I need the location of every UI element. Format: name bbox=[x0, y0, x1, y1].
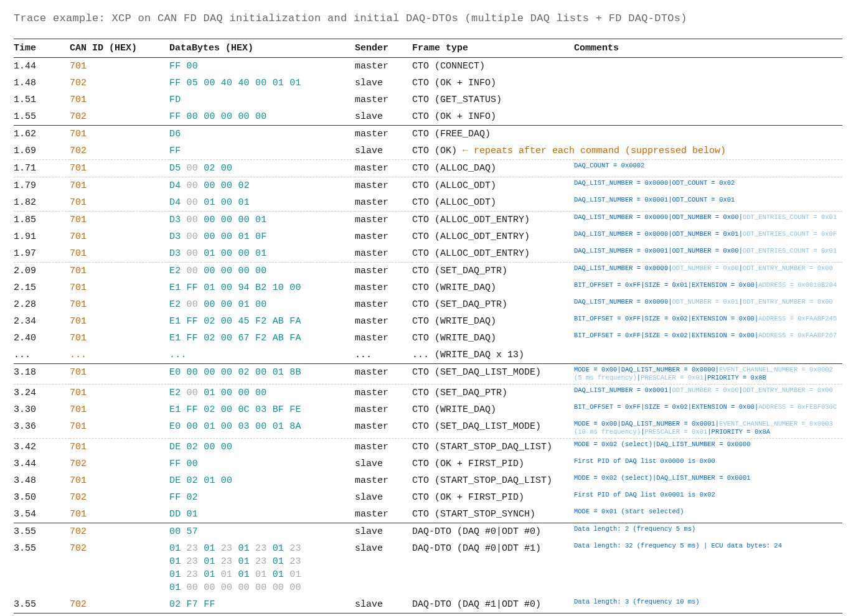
cell-comment: MODE = 0x02 (select)|DAQ_LIST_NUMBER = 0… bbox=[574, 472, 842, 489]
cell-canid: 702 bbox=[70, 540, 169, 596]
cell-time: 3.48 bbox=[14, 472, 70, 489]
table-row: ............... (WRITE_DAQ x 13) bbox=[14, 347, 842, 364]
cell-databytes: E2 00 00 00 00 00 bbox=[169, 262, 355, 279]
cell-frametype: DAQ-DTO (DAQ #1|ODT #0) bbox=[412, 596, 574, 614]
cell-sender: slave bbox=[355, 75, 412, 91]
table-row: 1.51701FDmasterCTO (GET_STATUS) bbox=[14, 91, 842, 108]
cell-comment: MODE = 0x00|DAQ_LIST_NUMBER = 0x0001|EVE… bbox=[574, 418, 842, 439]
cell-frametype: CTO (SET_DAQ_LIST_MODE) bbox=[412, 363, 574, 384]
cell-databytes: FF 00 bbox=[169, 455, 355, 472]
cell-comment: DAQ_COUNT = 0x0002 bbox=[574, 159, 842, 177]
cell-comment: DAQ_LIST_NUMBER = 0x0000|ODT_NUMBER = 0x… bbox=[574, 228, 842, 245]
cell-time: 3.55 bbox=[14, 596, 70, 614]
table-row: 3.36701E0 00 01 00 03 00 01 8AmasterCTO … bbox=[14, 418, 842, 439]
cell-canid: 701 bbox=[70, 296, 169, 313]
trace-table: Time CAN ID (HEX) DataBytes (HEX) Sender… bbox=[14, 39, 842, 616]
cell-comment bbox=[574, 75, 842, 91]
cell-time: 1.85 bbox=[14, 211, 70, 228]
cell-databytes: E1 FF 02 00 0C 03 BF FE bbox=[169, 401, 355, 418]
table-row: 1.91701D3 00 00 00 01 0FmasterCTO (ALLOC… bbox=[14, 228, 842, 245]
cell-canid: 701 bbox=[70, 313, 169, 330]
cell-databytes: D3 00 00 00 01 0F bbox=[169, 228, 355, 245]
table-row: 1.69702FFslaveCTO (OK) ← repeats after e… bbox=[14, 142, 842, 160]
cell-time: 1.71 bbox=[14, 159, 70, 177]
cell-databytes: FF 05 00 40 40 00 01 01 bbox=[169, 75, 355, 91]
cell-canid: 701 bbox=[70, 506, 169, 523]
cell-comment bbox=[574, 347, 842, 364]
cell-canid: 702 bbox=[70, 455, 169, 472]
cell-sender: master bbox=[355, 194, 412, 212]
cell-frametype: CTO (WRITE_DAQ) bbox=[412, 401, 574, 418]
cell-frametype: CTO (ALLOC_ODT_ENTRY) bbox=[412, 228, 574, 245]
cell-time: 3.55 bbox=[14, 540, 70, 596]
cell-time: 3.42 bbox=[14, 439, 70, 456]
cell-frametype: CTO (SET_DAQ_PTR) bbox=[412, 385, 574, 402]
cell-sender: master bbox=[355, 279, 412, 296]
cell-comment: BIT_OFFSET = 0xFF|SIZE = 0x01|EXTENSION … bbox=[574, 279, 842, 296]
cell-comment: MODE = 0x00|DAQ_LIST_NUMBER = 0x0000|EVE… bbox=[574, 363, 842, 384]
cell-comment: DAQ_LIST_NUMBER = 0x0000|ODT_COUNT = 0x0… bbox=[574, 177, 842, 194]
cell-databytes: ... bbox=[169, 347, 355, 364]
cell-comment: MODE = 0x01 (start selected) bbox=[574, 506, 842, 523]
cell-comment bbox=[574, 614, 842, 616]
cell-time: 1.62 bbox=[14, 125, 70, 142]
cell-databytes: FF 00 bbox=[169, 57, 355, 75]
cell-canid: 701 bbox=[70, 439, 169, 456]
table-row: 3.18701E0 00 00 00 02 00 01 8BmasterCTO … bbox=[14, 363, 842, 384]
cell-time: 2.28 bbox=[14, 296, 70, 313]
cell-time: 3.24 bbox=[14, 385, 70, 402]
cell-canid: 702 bbox=[70, 108, 169, 126]
cell-databytes: E1 FF 01 00 94 B2 10 00 bbox=[169, 279, 355, 296]
table-row: 1.79701D4 00 00 00 02masterCTO (ALLOC_OD… bbox=[14, 177, 842, 194]
cell-time: 3.36 bbox=[14, 418, 70, 439]
cell-frametype: DAQ-DTO (DAQ #0|ODT #1) bbox=[412, 540, 574, 596]
cell-comment: Data length: 2 (frequency 5 ms) bbox=[574, 523, 842, 541]
cell-frametype: CTO (OK + INFO) bbox=[412, 108, 574, 126]
cell-time: 1.44 bbox=[14, 57, 70, 75]
cell-sender: master bbox=[355, 385, 412, 402]
table-row: 1.48702FF 05 00 40 40 00 01 01slaveCTO (… bbox=[14, 75, 842, 91]
cell-sender: master bbox=[355, 159, 412, 177]
table-row: 3.24701E2 00 01 00 00 00masterCTO (SET_D… bbox=[14, 385, 842, 402]
table-row: 3.30701E1 FF 02 00 0C 03 BF FEmasterCTO … bbox=[14, 401, 842, 418]
cell-sender: master bbox=[355, 418, 412, 439]
cell-comment: Data length: 32 (frequency 5 ms) | ECU d… bbox=[574, 540, 842, 596]
cell-sender: master bbox=[355, 363, 412, 384]
cell-time: 2.34 bbox=[14, 313, 70, 330]
cell-sender: master bbox=[355, 245, 412, 263]
cell-frametype: CTO (START_STOP_DAQ_LIST) bbox=[412, 472, 574, 489]
cell-databytes: E0 00 01 00 03 00 01 8A bbox=[169, 418, 355, 439]
table-row: 3.50702FF 02slaveCTO (OK + FIRST_PID)Fir… bbox=[14, 489, 842, 506]
table-row: 1.82701D4 00 01 00 01masterCTO (ALLOC_OD… bbox=[14, 194, 842, 212]
cell-time: 3.30 bbox=[14, 401, 70, 418]
table-row: 3.54701DD 01masterCTO (START_STOP_SYNCH)… bbox=[14, 506, 842, 523]
cell-sender: slave bbox=[355, 540, 412, 596]
table-row: 3.5570201 23 01 23 01 23 01 23 01 23 01 … bbox=[14, 540, 842, 596]
cell-canid: 701 bbox=[70, 472, 169, 489]
cell-frametype: CTO (OK) ← repeats after each command (s… bbox=[412, 142, 574, 160]
cell-comment bbox=[574, 125, 842, 142]
cell-time: 3.55 bbox=[14, 523, 70, 541]
cell-canid: 701 bbox=[70, 385, 169, 402]
table-row: 2.28701E2 00 00 00 01 00masterCTO (SET_D… bbox=[14, 296, 842, 313]
table-row: 3.48701DE 02 01 00masterCTO (START_STOP_… bbox=[14, 472, 842, 489]
cell-canid: 701 bbox=[70, 194, 169, 212]
header-frame: Frame type bbox=[412, 39, 574, 57]
cell-comment: DAQ_LIST_NUMBER = 0x0001|ODT_NUMBER = 0x… bbox=[574, 245, 842, 263]
table-row: 1.85701D3 00 00 00 00 01masterCTO (ALLOC… bbox=[14, 211, 842, 228]
cell-comment bbox=[574, 57, 842, 75]
cell-frametype: CTO (OK + INFO) bbox=[412, 75, 574, 91]
table-row: 2.15701E1 FF 01 00 94 B2 10 00masterCTO … bbox=[14, 279, 842, 296]
cell-comment: DAQ_LIST_NUMBER = 0x0001|ODT_NUMBER = 0x… bbox=[574, 385, 842, 402]
cell-frametype: CTO (GET_STATUS) bbox=[412, 91, 574, 108]
cell-time: 1.79 bbox=[14, 177, 70, 194]
cell-time: 3.54 bbox=[14, 506, 70, 523]
cell-time: 3.18 bbox=[14, 363, 70, 384]
cell-comment bbox=[574, 108, 842, 126]
table-row: 1.55702FF 00 00 00 00 00slaveCTO (OK + I… bbox=[14, 108, 842, 126]
cell-canid: 701 bbox=[70, 177, 169, 194]
cell-sender: slave bbox=[355, 489, 412, 506]
cell-canid: 702 bbox=[70, 596, 169, 614]
cell-canid: 702 bbox=[70, 142, 169, 160]
cell-sender: ... bbox=[355, 614, 412, 616]
